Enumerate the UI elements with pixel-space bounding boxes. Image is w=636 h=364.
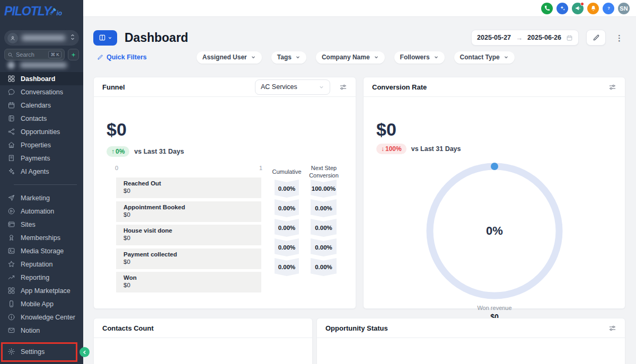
filter-pill-contact-type[interactable]: Contact Type <box>454 51 515 64</box>
sidebar-item-conversations[interactable]: Conversations <box>0 85 83 99</box>
cumulative-cell-1: 0.00% <box>275 180 299 198</box>
cumulative-cell-4: 0.00% <box>275 238 299 256</box>
sidebar-nav-main: DashboardConversationsCalendarsContactsO… <box>0 72 83 178</box>
app-marketplace-icon <box>7 287 15 295</box>
conversion-settings-icon[interactable] <box>608 83 616 91</box>
filter-pill-tags[interactable]: Tags <box>271 51 306 64</box>
page-header: Dashboard 2025-05-27 → 2025-06-26 ⋮ <box>93 29 625 47</box>
sidebar-item-sites[interactable]: Sites <box>0 218 83 231</box>
sidebar-item-notion[interactable]: Notion <box>0 324 83 337</box>
ai-search-button[interactable] <box>68 49 79 60</box>
funnel-axis-max: 1 <box>259 165 262 171</box>
filter-pill-assigned-user[interactable]: Assigned User <box>197 51 262 64</box>
sidebar-item-opportunities[interactable]: Opportunities <box>0 125 83 138</box>
sidebar-item-redacted[interactable] <box>0 60 83 70</box>
settings-icon <box>7 348 15 356</box>
sidebar-item-properties[interactable]: Properties <box>0 138 83 152</box>
next-step-conversion-cell-5: 0.00% <box>311 258 337 276</box>
sidebar-item-automation[interactable]: Automation <box>0 205 83 218</box>
layout-icon <box>99 34 106 41</box>
funnel-stage-payment-collected[interactable]: Payment collected$0 <box>116 248 261 269</box>
funnel-total-value: $0 <box>107 119 127 140</box>
sidebar-item-media-storage[interactable]: Media Storage <box>0 244 83 258</box>
announcements-icon[interactable] <box>572 3 584 14</box>
phone-icon[interactable] <box>541 3 553 14</box>
sidebar-item-app-marketplace[interactable]: App Marketplace <box>0 284 83 297</box>
funnel-axis-min: 0 <box>115 165 118 171</box>
sidebar-item-settings[interactable]: Settings <box>0 345 83 358</box>
funnel-card: Funnel AC Services $0 ↑0% vs Last 31 Day… <box>93 77 356 309</box>
won-revenue-label: Won revenue <box>441 305 547 311</box>
search-placeholder: Search <box>16 51 48 58</box>
sidebar-item-memberships[interactable]: Memberships <box>0 231 83 244</box>
contacts-icon <box>7 114 15 122</box>
opportunity-status-card: Opportunity Status <box>316 318 625 364</box>
contacts-count-card: Contacts Count <box>93 318 313 364</box>
sparkle-icon <box>70 52 76 58</box>
help-icon[interactable]: ? <box>603 3 614 14</box>
sidebar-nav-settings: Settings <box>0 345 83 358</box>
date-arrow-icon: → <box>516 34 523 42</box>
next-step-conversion-cell-3: 0.00% <box>311 219 337 237</box>
filter-pill-followers[interactable]: Followers <box>394 51 445 64</box>
account-name-redacted <box>22 35 65 41</box>
opportunity-status-settings-icon[interactable] <box>608 324 616 332</box>
funnel-stage-house-visit-done[interactable]: House visit done$0 <box>116 225 261 245</box>
quick-filters-button[interactable]: Quick Filters <box>97 54 147 61</box>
conversion-total-value: $0 <box>376 119 396 140</box>
brand-logo[interactable]: PILOTLY io <box>4 4 62 19</box>
sidebar-item-reputation[interactable]: Reputation <box>0 258 83 271</box>
cumulative-cell-3: 0.00% <box>275 219 299 237</box>
chevron-down-icon <box>504 55 509 60</box>
notifications-bell-icon[interactable] <box>587 3 599 14</box>
calendars-icon <box>7 101 15 109</box>
sidebar-collapse-button[interactable] <box>80 347 90 357</box>
sidebar-item-reporting[interactable]: Reporting <box>0 271 83 284</box>
sidebar-item-dashboard[interactable]: Dashboard <box>0 72 83 85</box>
pencil-icon <box>593 34 600 41</box>
sidebar-item-marketing[interactable]: Marketing <box>0 191 83 205</box>
sidebar-item-payments[interactable]: Payments <box>0 152 83 165</box>
page-title: Dashboard <box>125 31 188 45</box>
chevron-down-icon <box>108 35 112 40</box>
funnel-pipeline-select[interactable]: AC Services <box>255 79 330 95</box>
sidebar-nav-secondary: MarketingAutomationSitesMembershipsMedia… <box>0 191 83 337</box>
contacts-count-title: Contacts Count <box>102 324 154 332</box>
conversion-card-title: Conversion Rate <box>372 83 427 91</box>
account-switcher[interactable] <box>4 30 79 46</box>
sidebar-item-contacts[interactable]: Contacts <box>0 112 83 125</box>
sidebar-item-ai-agents[interactable]: AI Agents <box>0 165 83 178</box>
sidebar-item-knowledge-center[interactable]: Knowledge Center <box>0 310 83 324</box>
date-range-picker[interactable]: 2025-05-27 → 2025-06-26 <box>471 30 579 46</box>
media-storage-icon <box>7 247 15 255</box>
date-start: 2025-05-27 <box>477 34 511 41</box>
sidebar-item-calendars[interactable]: Calendars <box>0 99 83 112</box>
filter-pill-company-name[interactable]: Company Name <box>316 51 385 64</box>
sidebar-item-mobile-app[interactable]: Mobile App <box>0 297 83 310</box>
edit-dashboard-button[interactable] <box>586 30 606 46</box>
cumulative-cell-2: 0.00% <box>275 199 299 217</box>
chevron-down-icon <box>295 55 301 60</box>
dashboard-layout-button[interactable] <box>93 30 117 46</box>
gauge-progress-dot <box>491 163 498 170</box>
reputation-icon <box>7 260 15 268</box>
topbar: ? SN <box>83 0 636 17</box>
funnel-stage-reached-out[interactable]: Reached Out$0 <box>116 177 261 198</box>
cumulative-cell-5: 0.00% <box>275 258 299 276</box>
next-step-conversion-cell-4: 0.00% <box>311 238 337 256</box>
funnel-stage-won[interactable]: Won$0 <box>116 272 261 292</box>
funnel-stage-appointment-booked[interactable]: Appointment Booked$0 <box>116 201 261 222</box>
funnel-stages: Reached Out$0Appointment Booked$0House v… <box>116 177 261 296</box>
rocket-icon <box>49 7 57 15</box>
sites-icon <box>7 220 15 228</box>
search-input[interactable]: Search ⌘ K <box>4 49 65 60</box>
more-options-button[interactable]: ⋮ <box>613 34 625 42</box>
payments-icon <box>7 154 15 162</box>
next-step-conversion-cell-2: 0.00% <box>311 199 337 217</box>
mobile-app-icon <box>7 300 15 308</box>
ai-tools-icon[interactable] <box>556 3 568 14</box>
next-step-column-header: Next Step Conversion <box>305 165 342 180</box>
ai-agents-icon <box>7 167 15 175</box>
user-avatar[interactable]: SN <box>618 3 630 14</box>
funnel-settings-icon[interactable] <box>339 83 347 91</box>
